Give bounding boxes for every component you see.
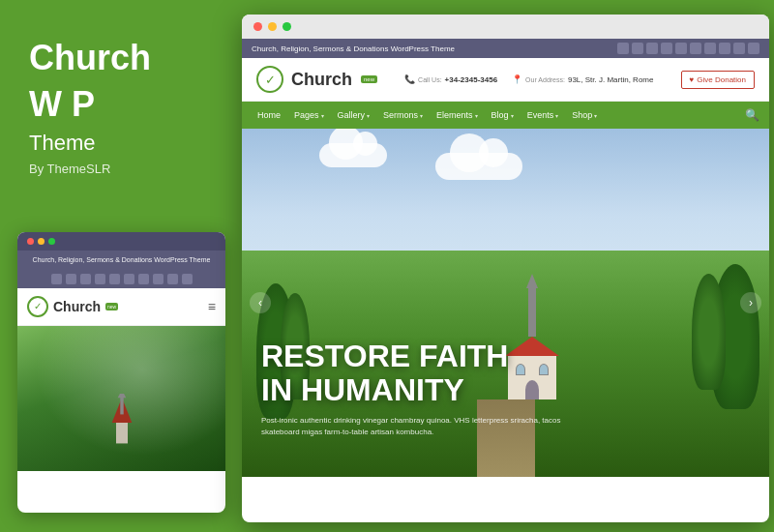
browser-navigation: Home Pages ▾ Gallery ▾ Sermons ▾ Element…	[242, 102, 769, 129]
hero-text-overlay: RESTORE FAITH IN HUMANITY Post-ironic au…	[261, 340, 750, 438]
nav-item-sermons[interactable]: Sermons ▾	[377, 102, 429, 129]
mobile-fb-icon[interactable]	[51, 274, 62, 284]
browser-header: ✓ Church new 📞 Call Us: +34-2345-3456 📍 …	[242, 58, 769, 102]
browser-logo-icon: ✓	[256, 66, 283, 93]
mobile-pin-icon[interactable]	[109, 274, 120, 284]
mobile-mockup: Church, Religion, Sermons & Donations Wo…	[17, 232, 225, 513]
nav-item-home[interactable]: Home	[252, 102, 286, 129]
donate-button[interactable]: ♥ Give Donation	[681, 71, 755, 89]
cloud-2	[435, 153, 522, 180]
browser-tu-icon[interactable]	[733, 43, 745, 54]
heart-icon: ♥	[690, 75, 695, 84]
mobile-header: ✓ Church new ≡	[17, 288, 225, 326]
mobile-tagline: Church, Religion, Sermons & Donations Wo…	[17, 251, 225, 270]
mobile-logo: ✓ Church new	[27, 296, 118, 317]
gallery-arrow: ▾	[367, 112, 370, 119]
events-arrow: ▾	[555, 112, 558, 119]
blog-arrow: ▾	[511, 112, 514, 119]
browser-logo: ✓ Church new	[256, 66, 377, 93]
mobile-rss-icon[interactable]	[182, 274, 193, 284]
browser-tw-icon[interactable]	[632, 43, 643, 54]
browser-rss-icon[interactable]	[748, 43, 759, 54]
mobile-dot-green	[48, 238, 55, 245]
mobile-yt-icon[interactable]	[95, 274, 105, 284]
browser-hero: ‹ › RESTORE FAITH IN HUMANITY Post-ironi…	[242, 129, 769, 477]
nav-item-elements[interactable]: Elements ▾	[431, 102, 484, 129]
mobile-church-silhouette	[107, 394, 136, 452]
mobile-chrome-bar	[17, 232, 225, 251]
mobile-sk-icon[interactable]	[153, 274, 164, 284]
church-steeple	[528, 288, 536, 337]
mobile-gp-icon[interactable]	[80, 274, 91, 284]
browser-top-bar: Church, Religion, Sermons & Donations Wo…	[242, 39, 769, 58]
mobile-li-icon[interactable]	[124, 274, 134, 284]
nav-item-gallery[interactable]: Gallery ▾	[332, 102, 376, 129]
browser-gp-icon[interactable]	[646, 43, 658, 54]
browser-yt-icon[interactable]	[661, 43, 672, 54]
mobile-logo-badge: new	[105, 303, 118, 310]
left-panel: Church W P Theme By ThemeSLR Church, Rel…	[0, 0, 242, 532]
mobile-dot-yellow	[38, 238, 45, 245]
svg-marker-3	[117, 394, 126, 398]
browser-dot-red	[253, 22, 262, 31]
cloud-1	[319, 143, 387, 167]
mobile-social-bar	[17, 270, 225, 288]
browser-in-icon[interactable]	[704, 43, 716, 54]
title-line2: W P	[29, 85, 213, 124]
donate-label: Give Donation	[697, 75, 746, 84]
elements-arrow: ▾	[475, 112, 478, 119]
nav-item-pages[interactable]: Pages ▾	[288, 102, 330, 129]
nav-item-events[interactable]: Events ▾	[521, 102, 565, 129]
nav-item-blog[interactable]: Blog ▾	[486, 102, 520, 129]
mobile-hamburger-button[interactable]: ≡	[208, 299, 216, 314]
search-icon[interactable]: 🔍	[745, 108, 759, 122]
hero-title-line1: RESTORE FAITH	[261, 340, 750, 373]
mobile-logo-text: Church	[53, 299, 101, 314]
title-line1: Church	[29, 39, 213, 77]
browser-dot-green	[283, 22, 291, 31]
phone-icon: 📞	[404, 74, 415, 84]
location-icon: 📍	[512, 74, 522, 84]
mobile-dot-red	[27, 238, 34, 245]
mobile-in-icon[interactable]	[138, 274, 149, 284]
nav-item-shop[interactable]: Shop ▾	[566, 102, 603, 129]
browser-logo-badge: new	[361, 75, 377, 83]
hero-description: Post-ironic authentic drinking vinegar c…	[261, 415, 571, 438]
browser-chrome-bar	[242, 15, 769, 39]
browser-social-icons	[617, 43, 759, 54]
browser-dot-yellow	[268, 22, 277, 31]
mobile-tu-icon[interactable]	[167, 274, 178, 284]
browser-contact-info: 📞 Call Us: +34-2345-3456 📍 Our Address: …	[404, 74, 653, 84]
svg-rect-0	[116, 423, 128, 443]
mobile-tw-icon[interactable]	[66, 274, 76, 284]
theme-author: By ThemeSLR	[29, 162, 213, 176]
browser-logo-text: Church	[291, 70, 352, 90]
hero-title: RESTORE FAITH IN HUMANITY	[261, 340, 750, 407]
browser-mockup: Church, Religion, Sermons & Donations Wo…	[242, 15, 769, 522]
slider-next-button[interactable]: ›	[740, 292, 761, 313]
slider-prev-button[interactable]: ‹	[250, 292, 271, 313]
phone-label: Call Us:	[418, 76, 442, 83]
browser-address: 📍 Our Address: 93L, Str. J. Martin, Rome	[512, 74, 653, 84]
browser-fb-icon[interactable]	[617, 43, 629, 54]
shop-arrow: ▾	[594, 112, 597, 119]
browser-sk-icon[interactable]	[719, 43, 730, 54]
browser-pin-icon[interactable]	[675, 43, 687, 54]
nav-items: Home Pages ▾ Gallery ▾ Sermons ▾ Element…	[252, 102, 603, 129]
theme-subtitle: Theme	[29, 131, 213, 156]
browser-tagline: Church, Religion, Sermons & Donations Wo…	[252, 44, 455, 53]
mobile-hero	[17, 326, 225, 471]
hero-title-line2: IN HUMANITY	[261, 373, 750, 407]
theme-title: Church W P	[29, 39, 213, 123]
address-label: Our Address:	[525, 76, 565, 83]
pages-arrow: ▾	[321, 112, 324, 119]
browser-li-icon[interactable]	[690, 43, 701, 54]
address-value: 93L, Str. J. Martin, Rome	[568, 75, 653, 84]
sermons-arrow: ▾	[420, 112, 423, 119]
phone-value: +34-2345-3456	[445, 75, 498, 84]
mobile-logo-icon: ✓	[27, 296, 48, 317]
browser-phone: 📞 Call Us: +34-2345-3456	[404, 74, 497, 84]
